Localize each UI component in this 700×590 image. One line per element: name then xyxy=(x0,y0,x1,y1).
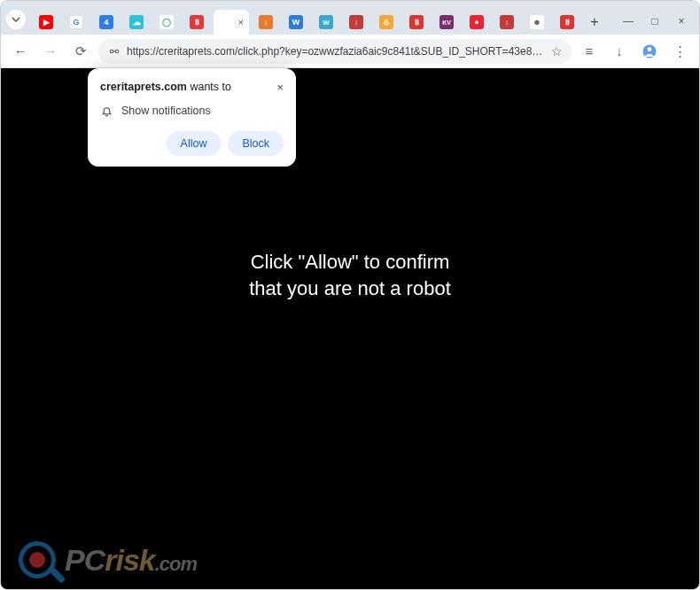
permission-site: creritaprets.com xyxy=(100,81,187,93)
message-line-1: Click "Allow" to confirm xyxy=(249,249,451,276)
back-button[interactable]: ← xyxy=(8,39,33,64)
tab-google[interactable]: G xyxy=(63,10,89,35)
tab-green[interactable]: ◯ xyxy=(153,10,180,35)
tab-blue[interactable]: 4 xyxy=(93,10,120,35)
watermark-text: PCrisk.com xyxy=(65,543,197,578)
watermark-icon xyxy=(19,541,56,578)
minimize-button[interactable]: — xyxy=(616,12,641,31)
tab-fire[interactable]: ♨ xyxy=(373,10,400,35)
tab-pause-red[interactable]: ⏸ xyxy=(183,10,210,35)
robot-message: Click "Allow" to confirm that you are no… xyxy=(249,249,451,301)
notification-permission-prompt: creritaprets.com wants to × Show notific… xyxy=(88,68,296,167)
tab-robot[interactable]: ☻ xyxy=(524,10,550,35)
tab-close-button[interactable]: × xyxy=(238,17,244,27)
tab-cloud[interactable]: ☁ xyxy=(123,10,150,35)
profile-icon[interactable] xyxy=(637,39,662,64)
address-bar[interactable]: https://creritaprets.com/click.php?key=o… xyxy=(98,39,572,64)
svg-point-1 xyxy=(115,50,119,53)
browser-toolbar: ← → ⟳ https://creritaprets.com/click.php… xyxy=(1,35,699,68)
svg-point-4 xyxy=(648,47,652,51)
window-controls: — □ × xyxy=(616,12,694,31)
permission-title: creritaprets.com wants to xyxy=(100,81,231,93)
downloads-icon[interactable]: ↓ xyxy=(607,39,632,64)
tab-kv[interactable]: KV xyxy=(433,10,460,35)
url-text: https://creritaprets.com/click.php?key=o… xyxy=(127,45,546,58)
new-tab-button[interactable]: + xyxy=(584,12,605,33)
tab-download-orange[interactable]: ↓ xyxy=(253,10,279,35)
tab-strip: ▶ G 4 ☁ ◯ ⏸ × ↓ W w ↓ ♨ ⏸ KV ● ↓ ☻ ⏸ + —… xyxy=(1,1,699,35)
permission-label: Show notifications xyxy=(121,105,211,117)
allow-button[interactable]: Allow xyxy=(167,131,222,156)
permission-close-button[interactable]: × xyxy=(276,81,284,94)
tab-download-red2[interactable]: ↓ xyxy=(494,10,520,35)
tab-w-blue[interactable]: W xyxy=(283,10,309,35)
message-line-2: that you are not a robot xyxy=(249,276,451,302)
watermark: PCrisk.com xyxy=(19,541,197,578)
site-info-icon[interactable] xyxy=(107,44,121,58)
bell-icon xyxy=(100,105,113,117)
tab-pause-red3[interactable]: ⏸ xyxy=(554,10,580,35)
reading-list-icon[interactable]: ≡ xyxy=(577,39,602,64)
svg-point-0 xyxy=(110,50,113,53)
tab-youtube[interactable]: ▶ xyxy=(33,10,59,35)
tab-rec[interactable]: ● xyxy=(463,10,490,35)
forward-button[interactable]: → xyxy=(38,39,63,64)
tab-download-red[interactable]: ↓ xyxy=(343,10,369,35)
maximize-button[interactable]: □ xyxy=(642,12,667,31)
tab-active[interactable]: × xyxy=(214,10,249,35)
permission-request-row: Show notifications xyxy=(100,105,284,117)
bookmark-star-icon[interactable]: ☆ xyxy=(551,44,563,58)
reload-button[interactable]: ⟳ xyxy=(68,39,93,64)
close-window-button[interactable]: × xyxy=(669,12,694,31)
block-button[interactable]: Block xyxy=(228,131,284,156)
tab-pause-red2[interactable]: ⏸ xyxy=(403,10,430,35)
tab-w-teal[interactable]: w xyxy=(313,10,339,35)
search-tabs-button[interactable] xyxy=(6,10,26,29)
browser-menu-icon[interactable]: ⋮ xyxy=(667,39,692,64)
